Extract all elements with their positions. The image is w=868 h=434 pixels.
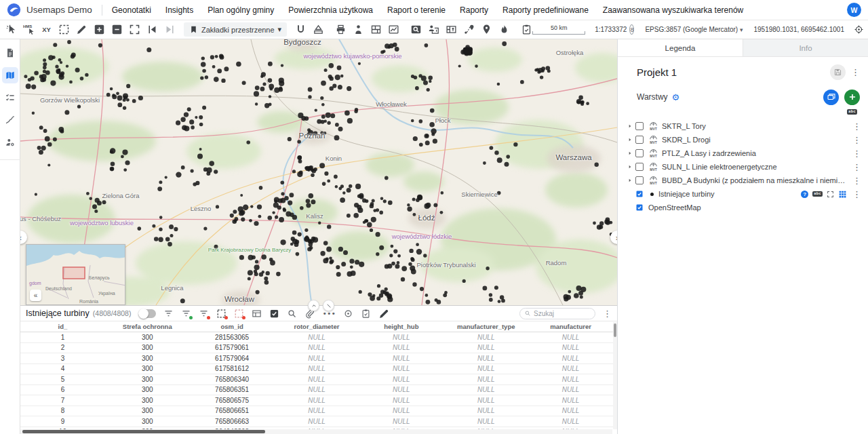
nav-item[interactable]: Zaawansowana wyszukiwarka terenów [603,5,743,15]
layer-label[interactable]: OpenStreetMap [648,203,861,212]
search-in-table-icon[interactable] [287,309,297,319]
layer-visibility-checkbox[interactable] [635,190,644,198]
tab-info[interactable]: Info [743,39,868,56]
location-pin-icon[interactable] [481,24,492,35]
column-header[interactable]: manufacturer [528,323,613,330]
nav-item[interactable]: Raporty [460,5,488,15]
clipboard-check-icon[interactable] [521,24,532,35]
panel-expand-button[interactable] [308,300,319,311]
column-header[interactable]: osm_id [190,323,275,330]
layer-menu-icon[interactable]: ⋮ [852,176,861,185]
chart-icon[interactable] [388,24,399,35]
zoom-in-icon[interactable] [94,24,105,35]
layer-visibility-checkbox[interactable] [635,136,644,144]
zoom-to-layer-icon[interactable] [827,191,834,198]
layers-export-icon[interactable] [313,24,324,35]
full-extent-icon[interactable] [129,24,140,35]
table-menu-icon[interactable]: ⋮ [603,309,612,318]
layer-expand-slot[interactable] [627,151,635,156]
table-row[interactable]: 9300765806663NULLNULLNULLNULL [20,416,613,427]
table-row[interactable]: 8300765806651NULLNULLNULLNULL [20,406,613,417]
brand[interactable]: Usemaps Demo [7,3,92,17]
tab-legenda[interactable]: Legenda [618,39,743,56]
layer-label[interactable]: SKTR_L Tory [662,122,847,130]
filter-icon[interactable] [163,309,174,319]
nav-item[interactable]: Plan ogólny gminy [208,5,274,15]
sidebar-item-tasks[interactable] [2,90,18,106]
layer-expand-slot[interactable] [627,178,635,183]
spatial-bookmarks-button[interactable]: Zakładki przestrzenne ▾ [184,22,287,37]
panel-collapse-button[interactable] [323,300,334,311]
layer-visibility-checkbox[interactable] [635,163,644,171]
layer-label[interactable]: SULN_L Linie elektroenergetyczne [662,163,847,171]
layer-expand-slot[interactable] [627,137,635,142]
zoom-to-feature-icon[interactable] [343,309,353,319]
xy-coordinates-icon[interactable] [41,24,52,35]
print-icon[interactable] [335,24,347,35]
map-card-icon[interactable] [446,24,457,35]
layer-label[interactable]: BUBD_A Budynki (z podziałem na mieszkaln… [662,176,847,184]
layer-menu-icon[interactable]: ⋮ [852,136,861,144]
edit-table-icon[interactable] [378,308,390,319]
heatmap-icon[interactable] [498,24,510,35]
layer-visibility-checkbox[interactable] [635,122,644,130]
sidebar-item-insights[interactable] [2,112,18,128]
zoom-level-badge[interactable]: 8 [629,24,634,35]
layer-visibility-checkbox[interactable] [635,203,644,212]
locate-crosshair-icon[interactable] [854,24,864,35]
layer-visibility-checkbox[interactable] [635,149,644,157]
table-row[interactable]: 4300617581612NULLNULLNULLNULL [20,364,613,375]
layer-visibility-checkbox[interactable] [635,176,644,184]
table-horizontal-scrollbar[interactable] [20,429,612,434]
add-layer-group-button[interactable] [823,90,839,105]
draw-icon[interactable] [76,24,87,35]
layers-settings-gear-icon[interactable]: ⚙ [672,92,680,102]
layer-help-icon[interactable]: ? [801,191,808,198]
column-header[interactable]: manufacturer_type [443,323,528,330]
layer-menu-icon[interactable]: ⋮ [852,190,861,199]
select-area-icon[interactable] [216,309,226,319]
filter-clear-icon[interactable] [199,309,209,319]
map-canvas[interactable]: BydgoszczOstrołękaGorzów WielkopolskiPoz… [20,39,617,305]
previous-view-icon[interactable] [146,24,158,35]
street-view-icon[interactable] [353,24,364,35]
layer-expand-slot[interactable] [627,164,635,170]
next-view-icon[interactable] [164,24,176,35]
layer-menu-icon[interactable]: ⋮ [852,122,861,131]
area-select-icon[interactable] [58,24,70,35]
column-header[interactable]: height_hub [359,323,443,330]
copy-table-icon[interactable] [361,309,371,319]
table-row[interactable]: 1300281563065NULLNULLNULLNULL [20,332,613,343]
layer-table-icon[interactable] [838,190,847,199]
nav-item[interactable]: Raporty predefiniowane [502,5,589,15]
table-search-input[interactable] [534,310,591,317]
overview-minimap[interactable]: gdomDeutschlandБеларусьУкраїнаRomânia « [26,244,125,305]
add-layer-button[interactable] [844,90,860,105]
zoom-out-icon[interactable] [111,24,123,35]
filter-add-icon[interactable] [181,309,191,319]
labels-abc-icon[interactable]: abc [847,109,857,115]
projection-select[interactable]: EPSG:3857 (Google Mercator) ▾ [645,26,743,33]
table-row[interactable]: 5300765806340NULLNULLNULLNULL [20,374,613,385]
nav-item[interactable]: Powierzchnia użytkowa [288,5,373,15]
table-row[interactable]: 6300765806351NULLNULLNULLNULL [20,385,613,396]
attribute-table[interactable]: id_Strefa ochronnaosm_idrotor_diameterhe… [20,321,613,434]
layer-menu-icon[interactable]: ⋮ [852,149,861,158]
route-icon[interactable] [463,24,475,35]
table-search-box[interactable] [519,308,595,319]
project-menu-icon[interactable]: ⋮ [851,68,860,77]
collage-icon[interactable] [370,24,382,35]
user-avatar[interactable]: W [847,3,861,17]
deselect-area-icon[interactable] [234,309,244,319]
table-vertical-scrollbar[interactable] [613,322,617,429]
layer-label[interactable]: SKDR_L Drogi [662,136,847,144]
layer-label[interactable]: PTLZ_A Lasy i zadrzewienia [662,149,847,157]
column-header[interactable]: id_ [20,323,105,330]
save-project-button[interactable] [830,64,846,80]
sidebar-item-user-settings[interactable] [2,134,18,151]
nav-item[interactable]: Insights [165,5,193,15]
nav-item[interactable]: Raport o terenie [387,5,446,15]
table-columns-icon[interactable] [252,309,262,319]
layer-menu-icon[interactable]: ⋮ [852,163,861,172]
image-search-icon[interactable] [410,24,422,35]
